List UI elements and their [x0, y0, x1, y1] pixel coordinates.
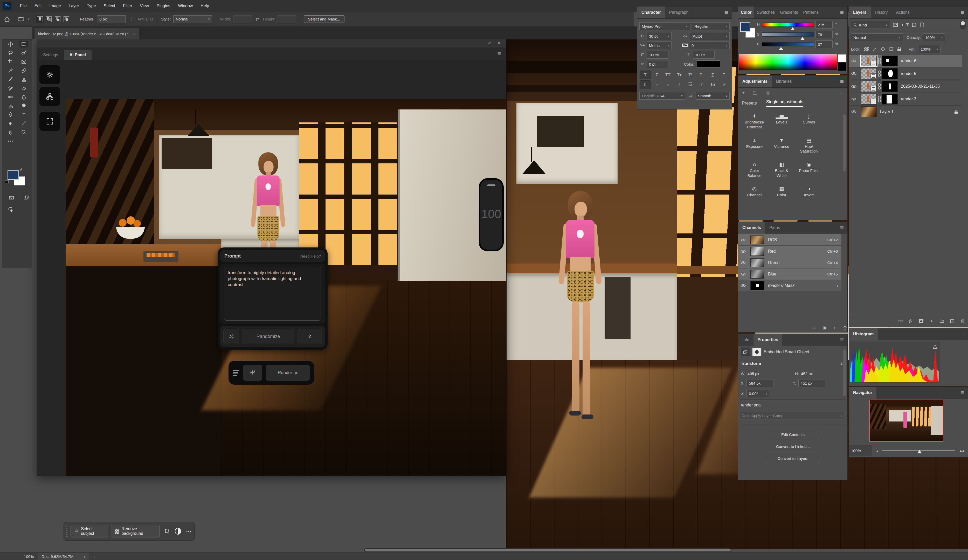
adjustments-panel-tab[interactable]: Libraries: [772, 76, 796, 88]
select-and-mask-button[interactable]: Select and Mask...: [304, 15, 345, 23]
color-panel-tab[interactable]: Swatches: [754, 7, 777, 18]
lock-transparency-icon[interactable]: [864, 47, 869, 51]
new-adjustment-layer-icon[interactable]: ◑: [926, 318, 937, 324]
type-style-button[interactable]: T: [640, 71, 651, 80]
default-colors-icon[interactable]: [5, 180, 8, 183]
document-size-info[interactable]: Doc: 9.62M/54.7M ›: [38, 553, 89, 560]
hue-input[interactable]: 215: [816, 21, 833, 28]
adjustment-item[interactable]: ▼ Vibrance: [768, 136, 795, 154]
group-icon[interactable]: [753, 90, 758, 96]
opentype-button[interactable]: ½: [719, 81, 729, 89]
path-selection-tool-icon[interactable]: [6, 120, 15, 127]
mask-link-icon[interactable]: [878, 83, 881, 90]
new-group-icon[interactable]: [937, 319, 947, 323]
channels-panel-tab[interactable]: Paths: [765, 222, 784, 234]
channel-visibility-toggle[interactable]: [738, 257, 748, 268]
channels-panel-tab[interactable]: Channels: [738, 222, 765, 234]
layer-name[interactable]: render 6: [901, 59, 917, 63]
quick-selection-tool-icon[interactable]: [20, 50, 28, 56]
brush-tool-icon[interactable]: [6, 76, 15, 83]
adjustment-item[interactable]: ☀ Brightness/Contrast: [741, 112, 768, 130]
height-input[interactable]: [278, 15, 296, 23]
properties-button[interactable]: Edit Contents: [767, 430, 819, 439]
style-select[interactable]: Normal∨: [173, 15, 212, 23]
scroll-left-arrow[interactable]: ‹: [93, 554, 94, 559]
close-tab-icon[interactable]: ×: [133, 31, 136, 36]
filter-shape-layers-icon[interactable]: [912, 22, 917, 28]
randomize-button[interactable]: Randomize: [242, 329, 294, 344]
batch-count-input[interactable]: 2: [298, 329, 322, 344]
opentype-button[interactable]: T: [696, 81, 706, 89]
filter-toggle[interactable]: [960, 20, 966, 29]
histogram-panel-tab[interactable]: Histogram: [849, 328, 878, 340]
menu-item[interactable]: Window: [174, 0, 197, 12]
channel-visibility-toggle[interactable]: [738, 234, 748, 245]
mask-link-icon[interactable]: [878, 70, 881, 77]
adjustment-item[interactable]: ◎ Channel: [741, 185, 768, 198]
crop-tool-icon[interactable]: [6, 58, 15, 65]
panel-menu-icon[interactable]: ≡: [721, 7, 732, 18]
panel-menu-icon[interactable]: ≡: [957, 387, 968, 399]
layer-row[interactable]: render 6: [849, 55, 962, 68]
panel-menu-icon[interactable]: ≡: [837, 76, 847, 88]
layer-row[interactable]: 2025-03-30-21-11-35: [849, 80, 962, 93]
panel-menu-icon[interactable]: ≡: [837, 222, 847, 234]
leading-select[interactable]: (Auto)∨: [689, 32, 729, 40]
select-subject-button[interactable]: Select subject: [71, 525, 108, 537]
remove-background-button[interactable]: Remove background: [111, 525, 160, 537]
zoom-in-icon[interactable]: ▲▲: [959, 449, 964, 452]
vertical-scale-input[interactable]: 100%: [646, 51, 668, 59]
layer-thumbnail[interactable]: [861, 106, 877, 117]
layer-mask-thumbnail[interactable]: [882, 56, 898, 66]
properties-button[interactable]: Convert to Linked...: [767, 442, 819, 451]
healing-brush-tool-icon[interactable]: [20, 67, 28, 74]
menu-item[interactable]: Help: [197, 0, 213, 12]
new-channel-icon[interactable]: +: [834, 326, 836, 331]
enhance-button[interactable]: [243, 364, 262, 381]
rectangular-marquee-tool-icon[interactable]: [20, 41, 28, 48]
layer-visibility-toggle[interactable]: [849, 80, 859, 93]
brightness-slider[interactable]: [762, 42, 814, 46]
pen-tool-icon[interactable]: [6, 111, 15, 118]
frame-tool-icon[interactable]: [20, 58, 28, 65]
mask-link-icon[interactable]: [878, 58, 881, 64]
type-style-button[interactable]: TT: [663, 71, 673, 79]
quick-mask-icon[interactable]: [7, 194, 16, 201]
lock-position-icon[interactable]: [880, 47, 885, 51]
language-select[interactable]: English: USA∨: [639, 92, 685, 99]
menu-item[interactable]: Filter: [119, 0, 136, 12]
properties-button[interactable]: Convert to Layers: [767, 454, 819, 463]
adjustment-item[interactable]: ± Exposure: [741, 136, 768, 154]
horizontal-scrollbar[interactable]: [364, 548, 731, 552]
layer-thumbnail[interactable]: [861, 81, 877, 92]
white-swatch[interactable]: [838, 54, 846, 63]
channel-visibility-toggle[interactable]: [738, 246, 748, 257]
zoom-tool-icon[interactable]: [20, 129, 28, 136]
layer-visibility-toggle[interactable]: [849, 55, 859, 67]
selection-add-icon[interactable]: [46, 17, 51, 22]
dodge-tool-icon[interactable]: [20, 103, 28, 109]
filter-type-layers-icon[interactable]: T: [906, 22, 908, 28]
kerning-select[interactable]: Metrics∨: [646, 41, 671, 49]
panel-menu-icon[interactable]: ≡: [837, 7, 847, 18]
tracking-select[interactable]: 0∨: [689, 41, 729, 49]
layer-thumbnail[interactable]: [861, 94, 877, 104]
horizontal-scale-input[interactable]: 100%: [693, 51, 714, 59]
adjustments-icon[interactable]: [175, 528, 181, 535]
more-options-icon[interactable]: •••: [186, 529, 192, 533]
opentype-button[interactable]: aa: [685, 81, 695, 89]
adjustment-item[interactable]: ∫ Curves: [795, 112, 822, 130]
prompt-input[interactable]: transform to highly detailed analog phot…: [224, 267, 322, 321]
color-panel-tab[interactable]: Color: [738, 7, 754, 18]
gradient-tool-icon[interactable]: [6, 94, 15, 100]
adjustment-item[interactable]: ∆ ColorBalance: [741, 161, 768, 178]
saturation-input[interactable]: 79: [816, 31, 833, 38]
delete-layer-icon[interactable]: [957, 319, 968, 324]
channel-visibility-toggle[interactable]: [738, 268, 748, 280]
layer-thumbnail[interactable]: [861, 68, 877, 79]
font-size-select[interactable]: 30 pt∨: [646, 32, 671, 40]
document-tab[interactable]: kitchen 02.png @ 100% (render 6, RGB/8#/…: [35, 28, 139, 40]
eyedropper-tool-icon[interactable]: [6, 67, 15, 74]
adjustment-item[interactable]: ◉ Photo Filter: [795, 161, 822, 178]
navigator-panel-tab[interactable]: Navigator: [849, 387, 877, 399]
